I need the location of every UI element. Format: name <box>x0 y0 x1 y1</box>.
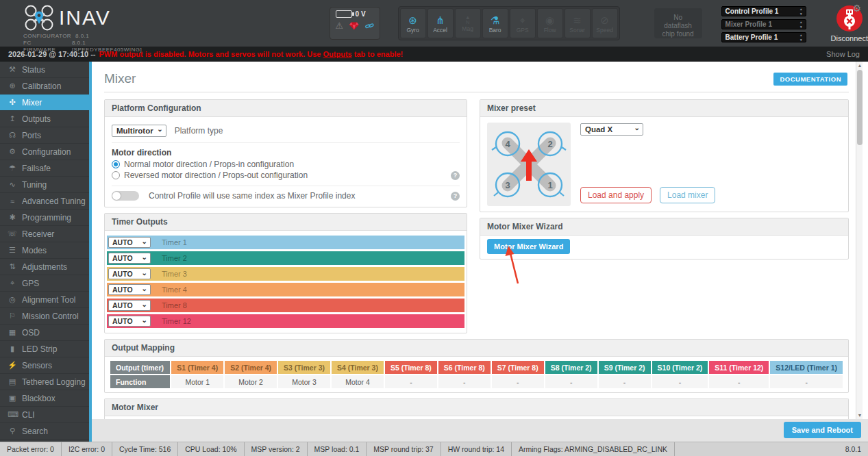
vertical-scrollbar[interactable]: ▲ ▼ <box>856 62 863 419</box>
sensor-sonar: ≋Sonar <box>565 8 591 38</box>
tethered-logging-icon: ▤ <box>8 377 17 386</box>
documentation-button[interactable]: DOCUMENTATION <box>773 73 847 86</box>
content-main: DOCUMENTATION Mixer Platform Configurati… <box>92 62 868 419</box>
dataflash-notice: No dataflash chip found <box>654 8 702 38</box>
function-cell: - <box>709 375 769 388</box>
motor-mixer-wizard-title: Motor Mixer Wizard <box>480 218 848 236</box>
sidebar-item-calibration[interactable]: ⊕Calibration <box>0 78 89 94</box>
control-profile-select[interactable]: Control Profile 1 <box>721 6 806 16</box>
battery-profile-select[interactable]: Battery Profile 1 <box>721 32 806 42</box>
sidebar-item-tuning[interactable]: ∿Tuning <box>0 177 89 193</box>
timer-4-mode-select[interactable]: AUTO <box>108 284 151 295</box>
output-cell-s2-timer-4: S2 (Timer 4) <box>225 361 277 374</box>
content-footer: Save and Reboot <box>92 419 868 442</box>
mixer-preset-select[interactable]: Quad X <box>580 123 643 136</box>
sidebar-item-blackbox[interactable]: ▣Blackbox <box>0 390 89 407</box>
motor-number-1: 1 <box>547 180 552 190</box>
sensor-label-baro: Baro <box>489 27 501 34</box>
sidebar-item-label: Status <box>22 65 45 75</box>
statusbar-version: 8.0.1 <box>839 445 868 453</box>
platform-type-select[interactable]: Multirotor <box>112 125 166 137</box>
status-segment-i2c-error: I2C error: 0 <box>62 442 112 456</box>
mission-control-icon: ⚐ <box>8 312 17 320</box>
sidebar-item-tethered-logging[interactable]: ▤Tethered Logging <box>0 374 89 390</box>
load-and-apply-button[interactable]: Load and apply <box>580 187 652 203</box>
link-icon <box>365 22 374 30</box>
sensor-label-gps: GPS <box>517 27 529 34</box>
toggle-label: Control Profile will use same index as M… <box>149 191 355 201</box>
mixer-profile-select[interactable]: Mixer Profile 1 <box>721 19 806 29</box>
sidebar-item-ports[interactable]: ☊Ports <box>0 127 89 144</box>
led-strip-icon: ▮ <box>8 344 17 353</box>
scroll-up-arrow[interactable]: ▲ <box>856 62 863 69</box>
sidebar-item-label: Advanced Tuning <box>22 197 86 206</box>
status-segment-cycle-time: Cycle Time: 516 <box>112 442 178 456</box>
battery-icon <box>336 10 352 18</box>
timer-3-mode-select[interactable]: AUTO <box>108 268 151 279</box>
sidebar-item-mixer[interactable]: ✣Mixer <box>0 94 89 111</box>
sidebar-item-programming[interactable]: ✱Programming <box>0 210 89 226</box>
osd-icon: ▦ <box>8 328 17 337</box>
help-icon[interactable]: ? <box>451 171 460 180</box>
sidebar-item-advanced-tuning[interactable]: ≈Advanced Tuning <box>0 193 89 210</box>
sidebar-item-label: Calibration <box>22 81 61 91</box>
output-timer-row: Output (timer) S1 (Timer 4)S2 (Timer 4)S… <box>110 361 843 374</box>
output-mapping-table: Output (timer) S1 (Timer 4)S2 (Timer 4)S… <box>109 359 844 390</box>
radio-normal-direction[interactable] <box>112 160 120 168</box>
load-mixer-button[interactable]: Load mixer <box>660 187 715 203</box>
timer-label: Timer 1 <box>162 238 187 246</box>
timer-2-mode-select[interactable]: AUTO <box>108 253 151 264</box>
sidebar-item-gps[interactable]: ⌖GPS <box>0 275 89 292</box>
tuning-icon: ∿ <box>8 180 17 189</box>
show-log-button[interactable]: Show Log <box>826 50 860 58</box>
control-profile-index-toggle[interactable] <box>112 191 139 201</box>
sidebar-item-label: Alignment Tool <box>22 295 76 305</box>
timer-1-mode-select[interactable]: AUTO <box>108 237 151 248</box>
timer-label: Timer 8 <box>162 301 187 309</box>
sidebar-item-mission-control[interactable]: ⚐Mission Control <box>0 308 89 325</box>
outputs-tab-link[interactable]: Outputs <box>323 50 352 58</box>
inav-logo-icon <box>23 4 55 31</box>
sensor-mag: ▲NMag <box>455 8 481 38</box>
function-cell: - <box>492 375 544 388</box>
sidebar-item-modes[interactable]: ☰Modes <box>0 242 89 259</box>
help-icon[interactable]: ? <box>451 192 460 201</box>
sidebar-item-label: Tethered Logging <box>22 377 86 387</box>
timer-row-timer-3: AUTOTimer 3 <box>107 267 464 281</box>
status-segment-cpu-load: CPU Load: 10% <box>178 442 244 456</box>
sidebar-item-cli[interactable]: ⌨CLI <box>0 407 89 423</box>
sidebar-item-label: Mixer <box>22 98 42 107</box>
sidebar-item-led-strip[interactable]: ▮LED Strip <box>0 341 89 357</box>
output-cell-s4-timer-3: S4 (Timer 3) <box>332 361 384 374</box>
timer-12-mode-select[interactable]: AUTO <box>108 316 151 327</box>
timer-label: Timer 2 <box>162 254 187 262</box>
status-segment-packet-error: Packet error: 0 <box>0 442 62 456</box>
scrollbar-thumb[interactable] <box>857 70 863 145</box>
sidebar-item-sensors[interactable]: ⚡Sensors <box>0 357 89 374</box>
motor-mixer-wizard-button[interactable]: Motor Mixer Wizard <box>487 239 570 254</box>
sidebar-item-receiver[interactable]: ☏Receiver <box>0 226 89 242</box>
sidebar-item-alignment-tool[interactable]: ◎Alignment Tool <box>0 292 89 308</box>
page-title: Mixer <box>104 71 849 92</box>
sidebar-item-label: Search <box>22 427 48 436</box>
version-info: CONFIGURATOR8.0.1 FC FIRMWARE8.0.1 [SPEE… <box>23 33 151 53</box>
timer-8-mode-select[interactable]: AUTO <box>108 300 151 311</box>
sidebar-item-configuration[interactable]: ⚙Configuration <box>0 144 89 160</box>
scroll-down-arrow[interactable]: ▼ <box>856 411 863 419</box>
sidebar-item-label: LED Strip <box>22 344 57 354</box>
status-segment-msp-load: MSP load: 0.1 <box>308 442 367 456</box>
adjustments-icon: ⇅ <box>8 262 17 271</box>
sidebar-item-failsafe[interactable]: ☂Failsafe <box>0 160 89 177</box>
sidebar-item-label: Configuration <box>22 147 71 157</box>
gyro-icon: ⊛ <box>408 14 417 26</box>
settings-gear-icon[interactable]: ⚙ <box>852 3 861 14</box>
sidebar-item-osd[interactable]: ▦OSD <box>0 325 89 341</box>
sidebar-item-search[interactable]: ⚲Search <box>0 423 89 440</box>
sidebar-item-adjustments[interactable]: ⇅Adjustments <box>0 259 89 275</box>
sidebar-item-status[interactable]: ⚒Status <box>0 62 89 78</box>
timer-row-timer-12: AUTOTimer 12 <box>107 314 464 328</box>
radio-reversed-direction[interactable] <box>112 171 120 179</box>
function-cell: Motor 3 <box>278 375 330 388</box>
sidebar-item-outputs[interactable]: ↥Outputs <box>0 111 89 127</box>
save-and-reboot-button[interactable]: Save and Reboot <box>784 422 861 438</box>
